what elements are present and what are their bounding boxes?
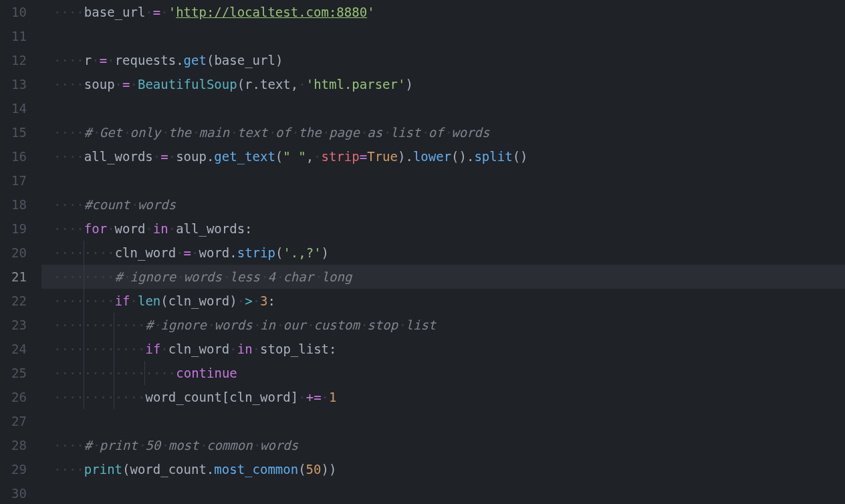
code-token: ) (329, 462, 336, 477)
code-token: ( (160, 293, 168, 308)
code-line[interactable]: ········#·ignore·words·less·4·char·long (41, 265, 845, 289)
code-line[interactable] (41, 168, 845, 193)
code-line[interactable]: ····#count·words (41, 193, 845, 217)
code-line[interactable]: ············#·ignore·words·in·our·custom… (41, 313, 845, 337)
code-token: = (360, 149, 367, 164)
code-token: ) (275, 53, 283, 68)
code-token: , (306, 149, 314, 164)
code-line[interactable]: ············word_count[cln_word]·+=·1 (41, 385, 845, 409)
code-token: all_words (176, 221, 245, 236)
code-token: : (268, 293, 275, 308)
code-token: http://localtest.com:8880 (176, 5, 367, 19)
line-number: 15 (0, 120, 27, 144)
line-number: 14 (0, 96, 27, 120)
code-line[interactable]: ····all_words·=·soup.get_text(" ",·strip… (41, 144, 845, 168)
indent-guide (84, 385, 84, 409)
code-token: #·ignore·words·in·our·custom·stop·list (145, 318, 436, 332)
code-line[interactable]: ····print(word_count.most_common(50)) (41, 457, 845, 481)
code-token: '.,?' (283, 245, 321, 260)
code-token: > (245, 293, 252, 308)
code-line[interactable]: ····r·=·requests.get(base_url) (41, 48, 845, 72)
code-editor[interactable]: 1011121314151617181920212223242526272829… (0, 0, 845, 504)
code-token: ] (291, 390, 298, 404)
code-token: base_url (84, 5, 146, 19)
code-token: ( (298, 462, 306, 477)
indent-guide (114, 385, 114, 409)
line-number: 16 (0, 144, 27, 168)
code-line[interactable]: ····for·word·in·all_words: (41, 217, 845, 241)
code-token: BeautifulSoup (138, 77, 237, 92)
code-token: = (184, 245, 191, 260)
code-token: word (199, 245, 230, 260)
line-number: 19 (0, 217, 27, 241)
code-token: cln_word (168, 342, 230, 356)
line-number: 17 (0, 168, 27, 193)
code-token: strip (322, 149, 360, 164)
code-area[interactable]: ····base_url·=·'http://localtest.com:888… (41, 0, 845, 504)
code-line[interactable]: ················continue (41, 361, 845, 385)
code-token: stop_list (260, 342, 329, 356)
code-line[interactable]: ····#·Get·only·the·main·text·of·the·page… (41, 120, 845, 144)
line-number: 11 (0, 24, 27, 48)
code-token: : (245, 221, 252, 236)
line-number: 26 (0, 385, 27, 409)
code-token: ( (207, 53, 214, 68)
indent-guide (114, 337, 114, 361)
indent-guide (144, 361, 145, 385)
code-token: all_words (84, 149, 153, 164)
indent-guide (84, 337, 84, 361)
code-token: = (122, 77, 130, 92)
line-number: 22 (0, 289, 27, 313)
code-token: base_url (214, 53, 275, 68)
line-number: 21 (0, 265, 27, 289)
code-line[interactable]: ····soup·=·BeautifulSoup(r.text,·'html.p… (41, 72, 845, 96)
indent-guide (114, 361, 114, 385)
code-line[interactable] (41, 409, 845, 433)
line-number: 25 (0, 361, 27, 385)
code-token: . (405, 149, 412, 164)
code-token: True (367, 149, 398, 164)
code-line[interactable] (41, 24, 845, 48)
code-token: if (145, 342, 160, 356)
code-line[interactable]: ········cln_word·=·word.strip('.,?') (41, 241, 845, 265)
line-number: 30 (0, 481, 27, 504)
code-token: text (260, 77, 291, 92)
code-token: split (474, 149, 512, 164)
code-token: #·Get·only·the·main·text·of·the·page·as·… (84, 125, 490, 140)
code-token: strip (237, 245, 275, 260)
code-token: #·print·50·most·common·words (84, 438, 298, 453)
indent-guide (114, 313, 114, 337)
indent-guide (84, 241, 84, 265)
code-token: . (176, 53, 183, 68)
code-line[interactable]: ········if·len(cln_word)·>·3: (41, 289, 845, 313)
code-token: soup (176, 149, 207, 164)
code-token: " " (283, 149, 306, 164)
line-number: 18 (0, 193, 27, 217)
code-token: r (245, 77, 252, 92)
code-token: ) (322, 462, 329, 477)
code-token: . (229, 245, 237, 260)
line-number: 20 (0, 241, 27, 265)
code-token: . (253, 77, 260, 92)
code-line[interactable] (41, 481, 845, 504)
code-token: , (291, 77, 298, 92)
line-number: 10 (0, 0, 27, 24)
code-token: ( (275, 245, 283, 260)
code-token: r (84, 53, 92, 68)
code-token: 1 (329, 390, 336, 404)
code-token: ( (275, 149, 283, 164)
code-token: print (84, 462, 122, 477)
code-line[interactable]: ····#·print·50·most·common·words (41, 433, 845, 457)
code-token: = (160, 149, 168, 164)
code-token: requests (115, 53, 176, 68)
code-line[interactable]: ············if·cln_word·in·stop_list: (41, 337, 845, 361)
code-token: ' (168, 5, 176, 19)
code-line[interactable]: ····base_url·=·'http://localtest.com:888… (41, 0, 845, 24)
code-token: : (329, 342, 336, 356)
code-token: get_text (214, 149, 275, 164)
indent-guide (84, 265, 84, 289)
code-line[interactable] (41, 96, 845, 120)
line-number: 12 (0, 48, 27, 72)
code-token: ) (229, 293, 237, 308)
line-number: 23 (0, 313, 27, 337)
